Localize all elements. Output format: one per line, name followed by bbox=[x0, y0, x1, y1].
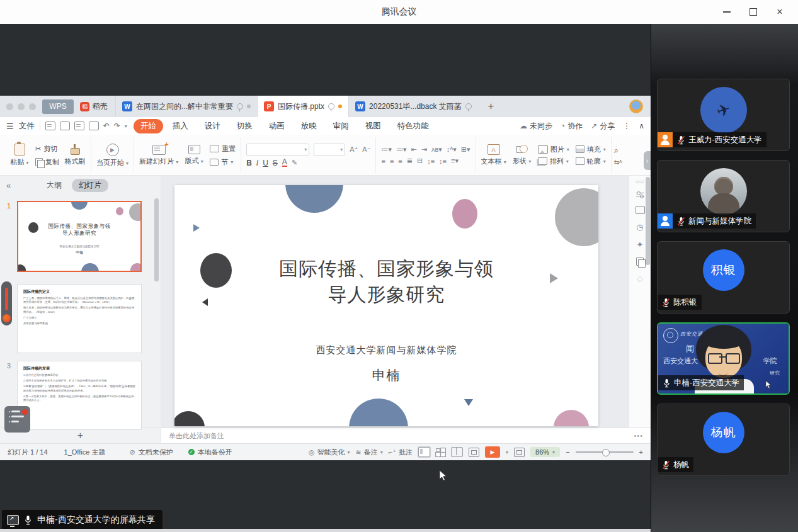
bold-button[interactable]: B bbox=[246, 159, 252, 167]
chevron-down-icon[interactable]: ▾ bbox=[125, 123, 127, 129]
slide-thumb-1[interactable]: 国际传播、国家形象与领导人形象研究 西安交通大学新闻与新媒体学院 申楠 bbox=[17, 201, 142, 272]
slideshow-play-button[interactable]: ▶ bbox=[485, 446, 500, 458]
menu-transition[interactable]: 切换 bbox=[230, 119, 259, 133]
slide-title[interactable]: 国际传播、国家形象与领导人形象研究 bbox=[174, 256, 598, 307]
increase-indent-button[interactable]: ⇥ bbox=[421, 145, 427, 154]
sorter-view-button[interactable] bbox=[436, 448, 445, 456]
columns-button[interactable]: ⊞▾ bbox=[461, 145, 470, 154]
menu-animation[interactable]: 动画 bbox=[262, 119, 292, 133]
print-icon[interactable] bbox=[74, 122, 84, 130]
pin-icon[interactable] bbox=[237, 103, 243, 110]
play-options-icon[interactable]: ▾ bbox=[506, 450, 508, 455]
slide-author[interactable]: 申楠 bbox=[174, 366, 598, 384]
menu-slideshow[interactable]: 放映 bbox=[294, 119, 324, 133]
export-icon[interactable] bbox=[60, 122, 70, 130]
participant-tile-yangfan[interactable]: 杨帆 杨帆 bbox=[657, 404, 790, 476]
thermometer-icon[interactable] bbox=[1, 281, 12, 325]
minimize-button[interactable] bbox=[714, 0, 740, 24]
strike-button[interactable]: S bbox=[273, 159, 278, 167]
zoom-out-button[interactable]: − bbox=[566, 448, 569, 456]
tab-outline[interactable]: 大纲 bbox=[47, 180, 62, 191]
pin-icon[interactable] bbox=[465, 103, 472, 110]
reading-view-button[interactable] bbox=[451, 447, 463, 457]
zoom-slider[interactable] bbox=[576, 451, 634, 453]
align-left-button[interactable]: ≡ bbox=[381, 157, 385, 165]
preview-icon[interactable] bbox=[89, 122, 99, 130]
picture-button[interactable]: 图片 ▾ bbox=[538, 145, 569, 154]
save-icon[interactable] bbox=[45, 122, 55, 130]
slide-subtitle[interactable]: 西安交通大学新闻与新媒体学院 bbox=[174, 344, 598, 356]
more-vertical-icon[interactable]: ⋮ bbox=[623, 122, 630, 130]
para-spacing-button[interactable]: ↕≡ bbox=[427, 157, 435, 165]
increase-font-button[interactable]: A⁺ bbox=[350, 145, 358, 154]
menu-home[interactable]: 开始 bbox=[134, 119, 163, 133]
justify-button[interactable]: ≣ bbox=[407, 157, 413, 165]
distribute-button[interactable]: ⊟ bbox=[417, 157, 423, 165]
arrange-button[interactable]: 排列 ▾ bbox=[538, 157, 569, 166]
history-icon[interactable]: ◷ bbox=[636, 222, 643, 232]
redo-icon[interactable]: ↷ bbox=[114, 122, 120, 130]
para-spacing2-button[interactable]: ↕≡ bbox=[439, 157, 447, 165]
zoom-in-button[interactable]: + bbox=[639, 448, 643, 456]
font-name-select[interactable]: ▾ bbox=[246, 144, 309, 156]
undo-icon[interactable]: ↶ bbox=[103, 122, 110, 130]
play-from-current-button[interactable]: ▶ 当页开始 ▾ bbox=[96, 144, 128, 167]
comment-button[interactable]: ⌐⁺批注 bbox=[389, 448, 413, 457]
doc-tab-3[interactable]: W 20220531毕...dback 艾雨菡 bbox=[348, 96, 478, 117]
theme-name[interactable]: 1_Office 主题 bbox=[64, 448, 106, 457]
collapse-ribbon-icon[interactable]: ∧ bbox=[639, 122, 644, 130]
copy-button[interactable]: 复制 bbox=[35, 157, 59, 167]
doc-tab-1[interactable]: W 在两国之间的...解中非常重要 bbox=[115, 96, 257, 117]
font-size-select[interactable]: ▾ bbox=[314, 144, 345, 156]
numbering-button[interactable]: ≕▾ bbox=[396, 145, 407, 154]
paste-button[interactable]: 粘贴 ▾ bbox=[9, 144, 30, 167]
todo-float-widget[interactable] bbox=[4, 406, 30, 433]
textbox-button[interactable]: A 文本框 ▾ bbox=[481, 144, 506, 166]
participant-tile-shennan[interactable]: 西安交通大学 闻 西安交通大 学院 研究 bbox=[657, 322, 790, 395]
shapes-button[interactable]: 形状 ▾ bbox=[511, 145, 533, 166]
outline-button[interactable]: 轮廓 ▾ bbox=[576, 157, 606, 166]
panel-expand-handle[interactable]: › bbox=[644, 151, 651, 170]
slide-thumb-2[interactable]: 国际传播的定义 广义上看，国际传播是指以个人、群体、政府等社会主体所结成国际社会… bbox=[17, 284, 142, 353]
search-icon[interactable]: ⌕ bbox=[614, 145, 622, 156]
share-button[interactable]: ↗分享 bbox=[591, 121, 615, 132]
menu-view[interactable]: 视图 bbox=[358, 119, 388, 133]
maximize-button[interactable] bbox=[740, 0, 767, 24]
font-color-button[interactable]: A bbox=[282, 159, 287, 167]
notes-button[interactable]: ≋备注▾ bbox=[356, 448, 383, 457]
replace-icon[interactable]: ⇆ᴬ bbox=[614, 159, 622, 166]
pin-icon[interactable] bbox=[328, 103, 334, 110]
properties-icon[interactable] bbox=[636, 191, 644, 198]
image-tools-icon[interactable] bbox=[636, 206, 645, 214]
smart-beautify-button[interactable]: ◎智能美化▾ bbox=[309, 448, 350, 457]
decrease-indent-button[interactable]: ⇤ bbox=[411, 145, 417, 154]
backup-status[interactable]: ✓本地备份开 bbox=[188, 448, 232, 457]
format-painter-button[interactable]: 格式刷 bbox=[64, 144, 86, 166]
menu-file[interactable]: 文件 bbox=[19, 121, 35, 132]
reset-button[interactable]: 重置 bbox=[210, 144, 236, 154]
panel-scrollbar[interactable] bbox=[154, 198, 159, 281]
underline-button[interactable]: U bbox=[263, 159, 268, 167]
layout-button[interactable]: 版式 ▾ bbox=[183, 145, 205, 166]
doc-tab-2-active[interactable]: P 国际传播.pptx bbox=[257, 96, 348, 117]
align-right-button[interactable]: ≡ bbox=[398, 157, 402, 165]
new-slide-button[interactable]: 新建幻灯片 ▾ bbox=[139, 145, 178, 166]
hamburger-icon[interactable]: ☰ bbox=[6, 122, 14, 131]
fill-button[interactable]: 填充 ▾ bbox=[576, 145, 606, 154]
notes-more-icon[interactable]: ••• bbox=[634, 432, 643, 439]
participant-tile-xinwen[interactable]: 新闻与新媒体学院 bbox=[657, 160, 790, 232]
list-more-button[interactable]: ≡▾ bbox=[451, 157, 459, 165]
menu-design[interactable]: 设计 bbox=[198, 119, 227, 133]
decrease-font-button[interactable]: A⁻ bbox=[362, 145, 370, 154]
magic-effects-icon[interactable]: ✦ bbox=[637, 240, 644, 249]
duplicate-icon[interactable] bbox=[636, 258, 644, 266]
menu-features[interactable]: 特色功能 bbox=[390, 119, 436, 133]
participant-tile-wangweili[interactable]: ✈ 王威力-西安交通大学 bbox=[657, 79, 790, 151]
bullets-button[interactable]: ≔▾ bbox=[381, 145, 392, 154]
zoom-level[interactable]: 86%▾ bbox=[530, 447, 560, 457]
collapse-panel-button[interactable]: « bbox=[6, 181, 11, 190]
slide-canvas[interactable]: 国际传播、国家形象与领导人形象研究 西安交通大学新闻与新媒体学院 申楠 bbox=[174, 185, 598, 426]
zoom-slider-knob[interactable] bbox=[602, 449, 610, 456]
italic-button[interactable]: I bbox=[256, 159, 258, 167]
section-button[interactable]: 节 ▾ bbox=[210, 157, 236, 167]
